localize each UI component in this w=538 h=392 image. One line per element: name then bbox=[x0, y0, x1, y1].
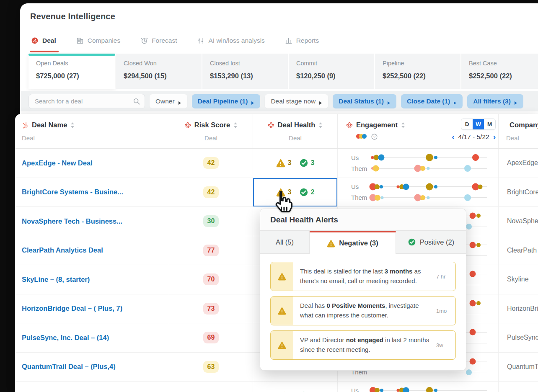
nav-tab-deal[interactable]: Deal bbox=[31, 37, 56, 44]
engagement-dot bbox=[470, 358, 476, 364]
summary-card-best-case[interactable]: Best Case $252,500 (22) bbox=[461, 54, 538, 89]
sort-icon[interactable] bbox=[233, 122, 238, 129]
engagement-dot bbox=[476, 243, 481, 247]
nav-tab-reports[interactable]: Reports bbox=[285, 37, 319, 44]
risk-score-badge: 63 bbox=[203, 361, 219, 373]
filter-pill-owner[interactable]: Owner bbox=[150, 94, 187, 108]
positive-count: 3 bbox=[311, 159, 315, 167]
caret-right-icon bbox=[319, 99, 322, 103]
risk-score-cell: 63 bbox=[169, 353, 253, 382]
deal-name-link[interactable]: QuantumTrail Deal – (Plus,4) bbox=[22, 363, 116, 371]
engagement-dot bbox=[470, 242, 476, 248]
alert-card: Deal has 0 Positive Moments, investigate… bbox=[270, 296, 456, 325]
alert-card: VP and Director not engaged in last 2 mo… bbox=[270, 330, 456, 360]
card-value: $252,500 (22) bbox=[469, 72, 530, 80]
engagement-dot bbox=[466, 224, 472, 230]
alert-text: VP and Director not engaged in last 2 mo… bbox=[293, 331, 436, 359]
granularity-m-button[interactable]: M bbox=[484, 119, 495, 129]
help-icon[interactable]: ? bbox=[371, 133, 378, 140]
chevron-right-icon[interactable]: › bbox=[493, 133, 496, 141]
column-header-deal-name: Deal Name Deal bbox=[15, 114, 169, 148]
gong-icon bbox=[346, 122, 353, 129]
summary-card-closed-lost[interactable]: Closed lost $153,290 (13) bbox=[202, 54, 288, 89]
popup-tab-label: Positive (2) bbox=[420, 238, 455, 246]
nav-tab-companies[interactable]: Companies bbox=[76, 37, 120, 44]
engagement-us-label: Us bbox=[351, 183, 371, 190]
deal-name-link[interactable]: HorizonBridge Deal – ( Plus, 7) bbox=[22, 304, 122, 312]
deal-name-link[interactable]: ClearPath Analytics Deal bbox=[22, 246, 103, 254]
caret-right-icon bbox=[387, 99, 391, 103]
companies-icon bbox=[76, 37, 84, 44]
chevron-left-icon[interactable]: ‹ bbox=[452, 133, 454, 141]
granularity-d-button[interactable]: D bbox=[461, 119, 473, 129]
alert-icon-panel bbox=[271, 297, 293, 325]
deal-name-link[interactable]: PulseSync, Inc. Deal – (14) bbox=[22, 334, 109, 342]
engagement-dot bbox=[434, 389, 437, 392]
legend-dot-blue bbox=[362, 134, 367, 139]
deal-health-cell[interactable]: 3 2 bbox=[253, 178, 338, 207]
engagement-them-track bbox=[371, 168, 487, 169]
engagement-dot bbox=[472, 154, 479, 161]
deal-health-cell[interactable] bbox=[253, 382, 338, 392]
deal-name-link[interactable]: NovaSphere Tech - Business... bbox=[22, 217, 122, 225]
date-range-label: 4/17 - 5/22 bbox=[458, 133, 489, 141]
ai-winloss-icon bbox=[197, 37, 204, 44]
gong-icon bbox=[184, 122, 191, 129]
risk-score-cell: 70 bbox=[169, 265, 253, 294]
card-value: $153,290 (13) bbox=[210, 72, 280, 80]
summary-card-closed-won[interactable]: Closed Won $294,500 (15) bbox=[116, 54, 202, 89]
sort-icon[interactable] bbox=[401, 122, 405, 129]
popup-tab-negative-3-[interactable]: Negative (3) bbox=[310, 231, 396, 254]
filter-pill-deal-status-1-[interactable]: Deal Status (1) bbox=[333, 94, 396, 108]
engagement-dot bbox=[470, 213, 476, 219]
deal-health-cell[interactable]: 3 3 bbox=[253, 149, 338, 178]
engagement-dot bbox=[396, 185, 399, 188]
column-header-engagement: Engagement ? DWM ‹ 4/17 - 5/22 › bbox=[338, 114, 499, 148]
company-cell: BrightCore bbox=[499, 178, 538, 207]
popup-tabs: All (5) Negative (3) Positive (2) bbox=[260, 231, 466, 254]
deal-name-cell: PulseSync, Inc. Deal – (14) bbox=[15, 323, 169, 352]
negative-count: 3 bbox=[288, 159, 292, 167]
summary-card-pipeline[interactable]: Pipeline $252,500 (22) bbox=[375, 54, 460, 89]
filter-pill-deal-stage-now[interactable]: Deal stage now bbox=[265, 94, 328, 108]
nav-tab-label: AI win/loss analysis bbox=[208, 37, 264, 44]
deal-name-cell: QuantumTrail Deal – (Plus,4) bbox=[15, 353, 169, 382]
popup-tab-positive-2-[interactable]: Positive (2) bbox=[396, 231, 466, 254]
check-icon bbox=[408, 238, 416, 246]
filter-label: Deal Pipeline (1) bbox=[198, 98, 248, 105]
deal-name-cell: ClearPath Analytics Deal bbox=[15, 236, 169, 265]
search-input[interactable] bbox=[29, 94, 126, 108]
sort-icon[interactable] bbox=[70, 122, 75, 129]
engagement-us-track bbox=[371, 390, 487, 391]
column-subtitle: Deal bbox=[253, 134, 337, 142]
nav-tab-forecast[interactable]: Forecast bbox=[140, 37, 177, 44]
engagement-dot bbox=[375, 388, 380, 392]
engagement-dot bbox=[427, 167, 429, 170]
deal-name-link[interactable]: ApexEdge - New Deal bbox=[22, 159, 93, 167]
risk-score-cell: 42 bbox=[169, 149, 253, 178]
card-label: Open Deals bbox=[36, 60, 108, 67]
forecast-icon bbox=[140, 37, 148, 44]
filter-label: Close Date (1) bbox=[407, 98, 450, 105]
deal-name-link[interactable]: BrightCore Systems - Busine... bbox=[22, 188, 123, 196]
engagement-us-label: Us bbox=[351, 154, 371, 161]
filter-pill-all-filters-3-[interactable]: All filters (3) bbox=[467, 94, 523, 108]
granularity-w-button[interactable]: W bbox=[473, 119, 484, 129]
deal-name-cell: SkyLine – (8, starter) bbox=[15, 265, 169, 294]
positive-count: 2 bbox=[311, 188, 315, 196]
sort-icon[interactable] bbox=[318, 122, 323, 129]
filter-pill-close-date-1-[interactable]: Close Date (1) bbox=[401, 94, 463, 108]
nav-tab-ai-win-loss-analysis[interactable]: AI win/loss analysis bbox=[197, 37, 264, 44]
deal-name-cell: HorizonBridge Deal – ( Plus, 7) bbox=[15, 294, 169, 323]
summary-card-commit[interactable]: Commit $120,250 (9) bbox=[289, 54, 374, 89]
popup-tab-all-5-[interactable]: All (5) bbox=[260, 231, 310, 254]
popup-title: Deal Health Alerts bbox=[260, 209, 466, 231]
summary-card-open-deals[interactable]: Open Deals $725,000 (27) bbox=[28, 54, 115, 89]
company-cell: PulseSync bbox=[499, 323, 538, 352]
column-header-risk-score: Risk Score Deal bbox=[169, 114, 253, 148]
check-icon bbox=[299, 158, 308, 168]
deal-name-cell: NovaSphere Tech - Business... bbox=[15, 207, 169, 236]
filter-pill-deal-pipeline-1-[interactable]: Deal Pipeline (1) bbox=[192, 94, 261, 108]
deal-name-link[interactable]: SkyLine – (8, starter) bbox=[22, 276, 90, 284]
risk-score-cell: 77 bbox=[169, 236, 253, 265]
